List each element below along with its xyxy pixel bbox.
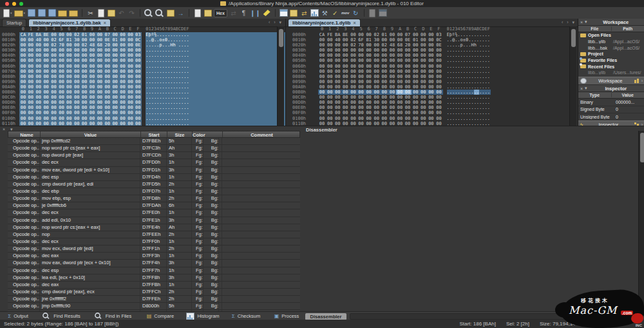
hex-byte[interactable]: 00 xyxy=(80,105,88,110)
hex-ascii[interactable]: ................ xyxy=(447,95,491,100)
hex-byte[interactable]: 00 xyxy=(65,53,73,58)
table-row[interactable]: Opcode op...cmp dword ptr [eax], ediD7FD… xyxy=(8,181,300,188)
hex-byte[interactable]: 00 xyxy=(373,69,381,74)
hex-byte[interactable]: 0C xyxy=(435,37,442,43)
hex-byte[interactable]: 00 xyxy=(119,37,127,43)
hex-ascii[interactable]: ................ xyxy=(447,90,491,95)
hex-byte[interactable]: 00 xyxy=(80,48,88,53)
hex-byte[interactable]: 00 xyxy=(318,121,326,126)
hex-byte[interactable]: 00 xyxy=(96,121,104,126)
hex-byte[interactable]: 00 xyxy=(435,58,442,63)
hex-ascii[interactable]: ................ xyxy=(447,74,491,79)
hex-byte[interactable]: 00 xyxy=(119,69,127,74)
hex-byte[interactable]: 00 xyxy=(19,100,27,105)
hex-byte[interactable]: FE xyxy=(27,32,35,37)
hex-byte[interactable]: 00 xyxy=(388,84,396,90)
hex-byte[interactable]: 00 xyxy=(365,74,373,79)
hex-byte[interactable]: 00 xyxy=(326,58,334,63)
hex-byte[interactable]: 00 xyxy=(35,43,43,48)
hex-byte[interactable]: 00 xyxy=(427,100,435,105)
hex-byte[interactable]: BA xyxy=(35,32,43,37)
hex-byte[interactable]: 00 xyxy=(427,84,435,90)
hex-byte[interactable]: 00 xyxy=(419,43,427,48)
hex-byte[interactable]: 00 xyxy=(419,58,427,63)
hex-byte[interactable]: 00 xyxy=(134,69,142,74)
hex-byte[interactable]: 00 xyxy=(419,95,427,100)
hex-byte[interactable]: 00 xyxy=(126,116,134,121)
hex-byte[interactable]: 00 xyxy=(318,79,326,84)
hex-byte[interactable]: 0E xyxy=(404,37,412,43)
hex-byte[interactable]: 00 xyxy=(388,95,396,100)
hex-byte[interactable]: 30 xyxy=(373,37,381,43)
hex-byte[interactable]: 68 xyxy=(96,43,104,48)
hex-byte[interactable]: 00 xyxy=(43,58,50,63)
close-window-button[interactable] xyxy=(5,2,9,6)
table-row[interactable]: Opcode op...jne 0xfffffff2D7FFEh2hFg:Bg: xyxy=(8,296,300,303)
hex-byte[interactable]: 00 xyxy=(326,48,334,53)
column-header-size[interactable]: Size xyxy=(167,131,193,137)
hex-byte[interactable]: 00 xyxy=(19,64,27,69)
hex-byte[interactable]: 00 xyxy=(27,95,35,100)
hex-byte[interactable]: 00 xyxy=(96,58,104,63)
hex-byte[interactable]: 00 xyxy=(373,43,381,48)
column-header-start[interactable]: Start xyxy=(141,131,167,137)
hex-byte[interactable]: 00 xyxy=(50,110,58,115)
hex-byte[interactable]: 68 xyxy=(396,43,404,48)
hex-view-left[interactable]: 0123456789ABCDEF0123456789ABCDEF0000hCAF… xyxy=(0,26,285,126)
histogram-tool-icon[interactable] xyxy=(310,8,319,17)
hex-ascii[interactable]: ................ xyxy=(447,84,491,90)
minimize-window-button[interactable] xyxy=(12,2,16,6)
hex-byte[interactable]: 00 xyxy=(334,58,341,63)
hex-byte[interactable]: 00 xyxy=(65,95,73,100)
hex-byte[interactable]: 00 xyxy=(111,90,119,95)
workspace-group-row[interactable]: Project xyxy=(578,51,644,57)
hex-byte[interactable]: 00 xyxy=(73,116,80,121)
hex-byte[interactable]: 00 xyxy=(404,105,412,110)
hex-byte[interactable]: 00 xyxy=(396,48,404,53)
hex-byte[interactable]: 00 xyxy=(404,64,412,69)
hex-byte[interactable]: 00 xyxy=(35,58,43,63)
hex-byte[interactable]: 00 xyxy=(341,116,349,121)
hex-byte[interactable]: 0E xyxy=(104,37,111,43)
hex-byte[interactable]: 00 xyxy=(365,116,373,121)
hex-byte[interactable]: 00 xyxy=(349,90,357,95)
hex-byte[interactable]: 00 xyxy=(404,48,412,53)
hex-byte[interactable]: 00 xyxy=(381,116,388,121)
hex-byte[interactable]: 00 xyxy=(119,90,127,95)
hex-byte[interactable]: 00 xyxy=(134,74,142,79)
hex-byte[interactable]: 00 xyxy=(357,32,365,37)
hex-byte[interactable]: 00 xyxy=(111,100,119,105)
hex-byte[interactable]: 00 xyxy=(388,74,396,79)
hex-byte[interactable]: 00 xyxy=(326,53,334,58)
hex-byte[interactable]: 00 xyxy=(57,100,65,105)
hex-row[interactable]: 0110h00000000000000000000000000000000...… xyxy=(0,121,285,126)
hex-byte[interactable]: 00 xyxy=(19,105,27,110)
hex-byte[interactable]: 00 xyxy=(111,110,119,115)
hex-byte[interactable]: 00 xyxy=(126,100,134,105)
hex-byte[interactable]: 00 xyxy=(111,58,119,63)
hex-byte[interactable]: 00 xyxy=(318,105,326,110)
hex-byte[interactable]: 00 xyxy=(326,105,334,110)
hex-byte[interactable]: 00 xyxy=(126,95,134,100)
hex-byte[interactable]: 00 xyxy=(388,58,396,63)
hex-byte[interactable]: 00 xyxy=(104,84,111,90)
hex-byte[interactable]: 00 xyxy=(388,121,396,126)
hex-byte[interactable]: 00 xyxy=(111,116,119,121)
hex-byte[interactable]: 00 xyxy=(365,32,373,37)
hex-byte[interactable]: 00 xyxy=(388,64,396,69)
hex-ascii[interactable]: ................ xyxy=(146,110,189,115)
hex-ascii[interactable]: Êþº¾............ xyxy=(447,32,491,37)
column-header-value[interactable]: Value xyxy=(41,131,141,137)
close-tab-icon[interactable]: × xyxy=(353,20,355,26)
hex-byte[interactable]: 00 xyxy=(326,116,334,121)
hex-byte[interactable]: 00 xyxy=(43,121,50,126)
hex-byte[interactable]: 00 xyxy=(73,74,80,79)
inspector-row[interactable]: Unsigned Byte0 xyxy=(578,113,644,119)
hex-byte[interactable]: 00 xyxy=(357,58,365,63)
hex-byte[interactable]: 00 xyxy=(65,69,73,74)
hex-byte[interactable]: 00 xyxy=(412,58,419,63)
right-scrollbar[interactable] xyxy=(569,26,576,126)
hex-byte[interactable]: BA xyxy=(334,32,341,37)
hex-byte[interactable]: 00 xyxy=(396,100,404,105)
hex-byte[interactable]: 00 xyxy=(134,48,142,53)
